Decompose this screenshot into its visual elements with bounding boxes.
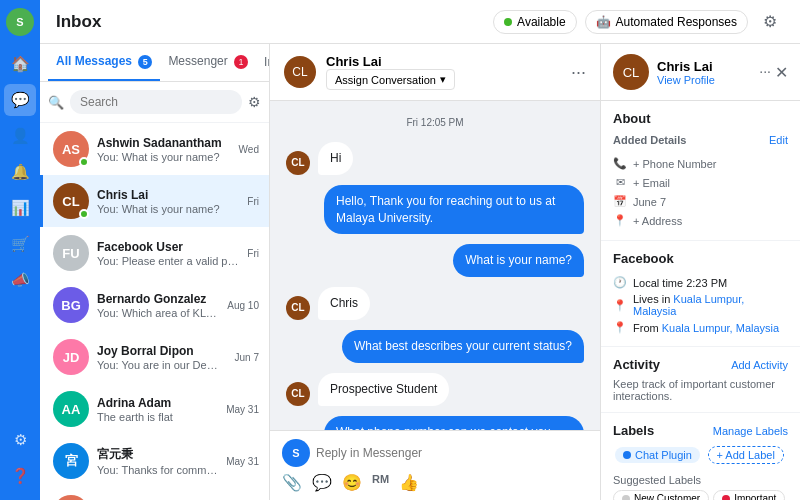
main-content: Inbox Available 🤖 Automated Responses ⚙ … [40,0,800,500]
address-label[interactable]: + Address [633,215,682,227]
rm-button[interactable]: RM [372,473,389,492]
activity-text: Keep track of important customer interac… [613,378,788,402]
auto-resp-label: Automated Responses [616,15,737,29]
conv-name-miyamoto: 宮元秉 [97,446,218,463]
attachment-icon[interactable]: 📎 [282,473,302,492]
sidebar-notifications-icon[interactable]: 🔔 [4,156,36,188]
facebook-section-header: Facebook [613,251,788,266]
tab-messenger[interactable]: Messenger 1 [160,44,256,81]
sug-chip-important[interactable]: Important [713,490,785,500]
email-label[interactable]: + Email [633,177,670,189]
conv-item-fbuser[interactable]: FU Facebook User You: Please enter a val… [40,227,269,279]
lives-in-link[interactable]: Kuala Lumpur, Malaysia [633,293,744,317]
assign-chevron-icon: ▾ [440,73,446,86]
conv-avatar-chris: CL [53,183,89,219]
chat-header-avatar: CL [284,56,316,88]
search-bar: 🔍 ⚙ [40,82,269,123]
rp-close-icon[interactable]: ✕ [775,63,788,82]
sidebar-contacts-icon[interactable]: 👤 [4,120,36,152]
chat-input-field[interactable] [316,446,588,460]
sug-chip-new-customer[interactable]: New Customer [613,490,709,500]
tabs-bar: All Messages 5 Messenger 1 Instagram Dir… [40,44,269,82]
online-indicator [79,209,89,219]
automated-responses-button[interactable]: 🤖 Automated Responses [585,10,748,34]
message-row-prospective: CL Prospective Student [286,373,584,406]
rp-more-icon[interactable]: ··· [759,63,771,82]
conv-time-fbuser: Fri [247,248,259,259]
conv-name-chris: Chris Lai [97,188,239,202]
phone-detail: 📞 + Phone Number [613,154,788,173]
activity-header: Activity Add Activity [613,357,788,372]
conv-info-joy: Joy Borral Dipon You: You are in our Dem… [97,344,227,371]
filter-icon[interactable]: ⚙ [248,94,261,110]
from-link[interactable]: Kuala Lumpur, Malaysia [662,322,779,334]
conv-time-chris: Fri [247,196,259,207]
labels-list: Chat Plugin + Add Label [613,444,788,466]
msg-avatar-chris2: CL [286,296,310,320]
assign-label: Assign Conversation [335,74,436,86]
sidebar-home-icon[interactable]: 🏠 [4,48,36,80]
conv-avatar-sompon: SW [53,495,89,500]
conv-preview-miyamoto: You: Thanks for commenting, pleas... [97,464,218,476]
msg-avatar-chris3: CL [286,382,310,406]
add-label-button[interactable]: + Add Label [708,446,784,464]
tab-instagram-direct[interactable]: Instagram Direct [256,45,269,81]
sidebar-shop-icon[interactable]: 🛒 [4,228,36,260]
fb-from: 📍 From Kuala Lumpur, Malaysia [613,319,788,336]
chat-more-button[interactable]: ··· [571,62,586,83]
sidebar-analytics-icon[interactable]: 📊 [4,192,36,224]
message-bubble-hello: Hello, Thank you for reaching out to us … [324,185,584,235]
address-detail: 📍 + Address [613,211,788,230]
conv-item-bernardo[interactable]: BG Bernardo Gonzalez You: Which area of … [40,279,269,331]
comment-icon[interactable]: 💬 [312,473,332,492]
like-icon[interactable]: 👍 [399,473,419,492]
chat-messages: Fri 12:05 PM CL Hi Hello, Thank you for … [270,101,600,430]
sidebar-campaigns-icon[interactable]: 📣 [4,264,36,296]
conv-item-miyamoto[interactable]: 宮 宮元秉 You: Thanks for commenting, pleas.… [40,435,269,487]
sidebar-help-icon[interactable]: ❓ [4,460,36,492]
fb-local-time: 🕐 Local time 2:23 PM [613,274,788,291]
conv-item-chris[interactable]: CL Chris Lai You: What is your name? Fri [40,175,269,227]
conv-time-bernardo: Aug 10 [227,300,259,311]
status-badge[interactable]: Available [493,10,576,34]
date-icon: 📅 [613,195,627,208]
facebook-title: Facebook [613,251,674,266]
conv-time-adrina: May 31 [226,404,259,415]
assign-conversation-button[interactable]: Assign Conversation ▾ [326,69,455,90]
message-bubble-status-q: What best describes your current status? [342,330,584,363]
left-sidebar: S 🏠 💬 👤 🔔 📊 🛒 📣 ⚙ ❓ [0,0,40,500]
manage-labels-link[interactable]: Manage Labels [713,425,788,437]
conv-name-adrina: Adrina Adam [97,396,218,410]
suggested-labels-section: Suggested Labels New Customer Important … [613,474,788,500]
message-bubble-name-q: What is your name? [453,244,584,277]
conv-item-adrina[interactable]: AA Adrina Adam The earth is flat May 31 [40,383,269,435]
suggested-labels-title: Suggested Labels [613,474,788,486]
add-activity-link[interactable]: Add Activity [731,359,788,371]
tab-all-messages[interactable]: All Messages 5 [48,44,160,81]
from-icon: 📍 [613,321,627,334]
auto-resp-icon: 🤖 [596,15,611,29]
emoji-icon[interactable]: 😊 [342,473,362,492]
conv-name-ashwin: Ashwin Sadanantham [97,136,231,150]
conv-name-bernardo: Bernardo Gonzalez [97,292,219,306]
label-chip-chat-plugin[interactable]: Chat Plugin [615,447,700,463]
phone-label[interactable]: + Phone Number [633,158,716,170]
conv-item-joy[interactable]: JD Joy Borral Dipon You: You are in our … [40,331,269,383]
online-indicator [79,157,89,167]
edit-link[interactable]: Edit [769,134,788,146]
sidebar-inbox-icon[interactable]: 💬 [4,84,36,116]
conversations-panel: All Messages 5 Messenger 1 Instagram Dir… [40,44,270,500]
facebook-section: Facebook 🕐 Local time 2:23 PM 📍 Lives in… [601,241,800,347]
conv-item-ashwin[interactable]: AS Ashwin Sadanantham You: What is your … [40,123,269,175]
content-area: All Messages 5 Messenger 1 Instagram Dir… [40,44,800,500]
search-input[interactable] [70,90,242,114]
sidebar-settings-icon[interactable]: ⚙ [4,424,36,456]
about-section: About Added Details Edit 📞 + Phone Numbe… [601,101,800,241]
settings-gear-button[interactable]: ⚙ [756,8,784,36]
right-panel: CL Chris Lai View Profile ··· ✕ About Ad… [600,44,800,500]
sug-dot-new [622,495,630,501]
from-text: From Kuala Lumpur, Malaysia [633,322,779,334]
conv-item-sompon[interactable]: SW Sompon Wongchang You: Please book a m… [40,487,269,500]
user-avatar[interactable]: S [6,8,34,36]
view-profile-link[interactable]: View Profile [657,74,715,86]
